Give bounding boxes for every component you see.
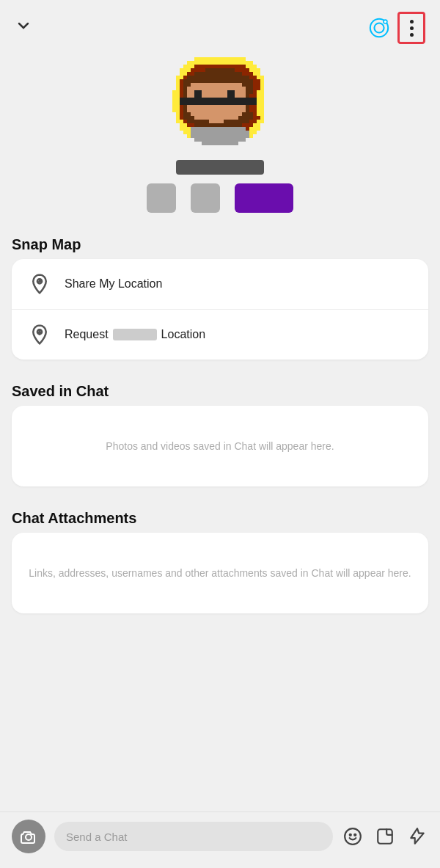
saved-in-chat-title: Saved in Chat xyxy=(0,371,440,406)
request-label: Request xyxy=(65,328,109,341)
bottom-bar: Send a Chat xyxy=(0,812,440,868)
stat-box-1 xyxy=(147,183,176,213)
chat-attachments-empty-text: Links, addresses, usernames and other at… xyxy=(14,551,425,596)
chevron-down-icon[interactable] xyxy=(15,17,32,39)
request-location-icon xyxy=(26,321,53,348)
snap-map-card: Share My Location Request Location xyxy=(12,259,428,360)
request-location-item[interactable]: Request Location xyxy=(12,309,428,360)
share-location-label: Share My Location xyxy=(65,277,162,291)
svg-point-6 xyxy=(26,834,32,840)
stat-box-2 xyxy=(191,183,220,213)
chat-placeholder: Send a Chat xyxy=(66,831,127,843)
share-location-icon xyxy=(26,271,53,297)
sticker-button[interactable] xyxy=(374,825,396,847)
chat-attachments-card: Links, addresses, usernames and other at… xyxy=(12,533,428,613)
camera-button[interactable] xyxy=(12,820,45,853)
share-location-item[interactable]: Share My Location xyxy=(12,259,428,309)
location-label: Location xyxy=(161,328,206,341)
emoji-button[interactable] xyxy=(342,825,364,847)
top-right-icons xyxy=(365,12,425,44)
svg-point-8 xyxy=(350,834,351,836)
avatar xyxy=(172,57,268,153)
stats-row xyxy=(147,183,293,213)
send-button[interactable] xyxy=(406,825,428,847)
svg-rect-10 xyxy=(378,829,392,844)
more-options-button[interactable] xyxy=(397,12,425,44)
top-bar xyxy=(0,0,440,50)
svg-point-1 xyxy=(374,23,384,32)
profile-avatar-area xyxy=(0,50,440,225)
stat-box-friends xyxy=(235,183,293,213)
svg-point-3 xyxy=(384,21,386,23)
svg-point-7 xyxy=(345,828,361,845)
chat-attachments-title: Chat Attachments xyxy=(0,498,440,533)
three-dots-icon xyxy=(410,20,414,37)
bottom-action-icons xyxy=(342,825,428,847)
saved-in-chat-empty-text: Photos and videos saved in Chat will app… xyxy=(91,424,348,469)
username-redacted xyxy=(176,160,264,175)
request-name-redacted xyxy=(113,329,157,340)
snap-map-title: Snap Map xyxy=(0,225,440,259)
snap-ai-icon[interactable] xyxy=(365,14,393,42)
svg-point-9 xyxy=(354,834,356,836)
avatar-canvas xyxy=(172,57,268,153)
saved-in-chat-card: Photos and videos saved in Chat will app… xyxy=(12,406,428,486)
chat-input[interactable]: Send a Chat xyxy=(54,822,333,851)
